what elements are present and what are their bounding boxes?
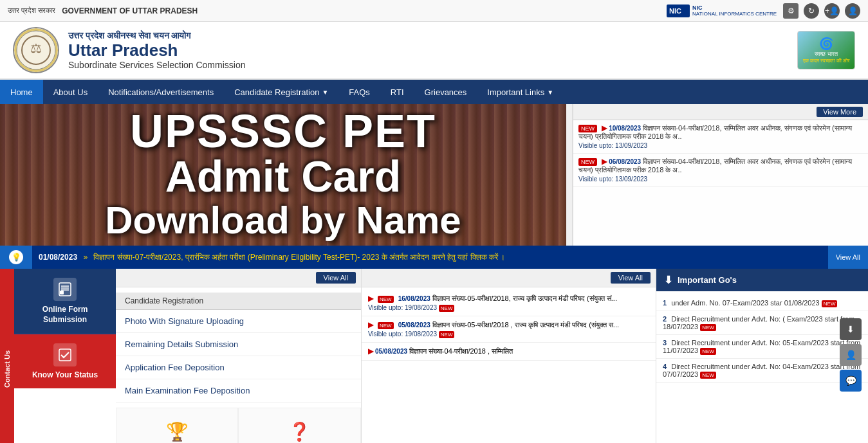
nav-grievances[interactable]: Grievances (414, 80, 477, 104)
svg-text:NIC: NIC (669, 7, 681, 15)
gov-bar-left: उत्तर प्रदेश सरकार GOVERNMENT OF UTTAR P… (8, 6, 198, 15)
results-icon: 🏆 (166, 421, 189, 442)
new-badge-main-1b: NEW (439, 305, 455, 312)
help-icon: ❓ (288, 421, 311, 442)
refresh-icon[interactable]: ↻ (804, 3, 819, 19)
download-icon: ⬇ (664, 274, 672, 286)
main-section: Contact Us Online Form Submission (0, 269, 868, 443)
hero-line3: Download by Name (105, 198, 461, 242)
nav-rti[interactable]: RTI (380, 80, 414, 104)
main-news-panel: View All ▶ NEW 16/08/2023 विज्ञापन संख्य… (361, 269, 656, 443)
sidebar-menu: Online Form Submission Know Your Status (14, 269, 116, 443)
ticker-text: 01/08/2023 » विज्ञापन संख्या-07-परीक्षा/… (32, 253, 828, 262)
header: ⚖ उत्तर प्रदेश अधीनस्थ सेवा चयन आयोग Utt… (0, 22, 868, 80)
new-badge-main-1: NEW (378, 296, 394, 303)
right-panel-header: ⬇ Important Go's (656, 269, 868, 291)
ig-new-3: NEW (700, 348, 716, 355)
org-sub-title: Subordinate Services Selection Commissio… (68, 60, 245, 70)
main-news-view-all-button[interactable]: View All (611, 272, 651, 284)
online-form-submission-item[interactable]: Online Form Submission (14, 269, 116, 334)
right-panel-title: Important Go's (678, 275, 737, 285)
hero-text-overlay: UPSSSC PET Admit Card Download by Name (0, 104, 566, 246)
ticker-arrow: » (83, 253, 88, 262)
settings-icon[interactable]: ⚙ (783, 3, 799, 19)
form-icon-svg (58, 282, 72, 296)
main-news-header: View All (362, 269, 656, 287)
remaining-details-item[interactable]: Remaining Details Submission (116, 333, 361, 356)
svg-rect-9 (60, 291, 64, 294)
checkmark-icon-svg (58, 348, 72, 362)
ticker-date: 01/08/2023 (39, 253, 77, 262)
online-form-label: Online Form Submission (21, 305, 109, 325)
swachh-logo: 🌀 स्वच्छ भारत एक कदम स्वच्छता की ओर (797, 31, 855, 69)
swachh-text: 🌀 स्वच्छ भारत एक कदम स्वच्छता की ओर (803, 37, 850, 64)
news-panel-header: View More (573, 104, 868, 120)
ig-item-3[interactable]: 3 Direct Recruitment under Advt. No: 05-… (656, 335, 868, 359)
nav-faqs[interactable]: FAQs (338, 80, 380, 104)
view-all-button[interactable]: View All (316, 272, 356, 284)
user-icon[interactable]: 👤 (845, 3, 860, 19)
view-more-button[interactable]: View More (817, 107, 863, 117)
nav-home[interactable]: Home (0, 80, 43, 104)
nav-important-links[interactable]: Important Links ▼ (477, 80, 564, 104)
new-badge-1: NEW (578, 125, 597, 132)
know-status-label: Know Your Status (32, 370, 98, 379)
ticker-bulb-icon: 💡 (9, 250, 23, 264)
hero-line2: Admit Card (165, 154, 401, 198)
know-status-icon (53, 343, 77, 366)
main-exam-fee-item[interactable]: Main Examination Fee Deposition (116, 379, 361, 402)
new-badge-main-2: NEW (378, 322, 394, 329)
nic-logo: NIC NIC NATIONAL INFORMATICS CENTRE (667, 5, 777, 17)
bottom-right-icons: ⬇ 👤 💬 (840, 318, 862, 392)
chat-fixed-icon[interactable]: 💬 (840, 370, 862, 392)
ticker-content: विज्ञापन संख्या-07-परीक्षा/2023, प्रारंभ… (93, 253, 505, 262)
news-item-1: NEW ▶ 10/08/2023 विज्ञापन संख्या-04-परीक… (573, 120, 868, 154)
ig-item-4[interactable]: 4 Direct Recruitment under Advt. No: 04-… (656, 359, 868, 383)
news-panel: View More NEW ▶ 10/08/2023 विज्ञापन संख्… (572, 104, 868, 246)
person-fixed-icon[interactable]: 👤 (840, 344, 862, 366)
application-fee-item[interactable]: Application Fee Deposition (116, 356, 361, 379)
important-links-arrow: ▼ (547, 89, 553, 96)
center-panel: View All Candidate Registration Photo Wi… (116, 269, 361, 443)
important-goes-list: 1 under Adm. No. 07-Exam/2023 star 01/08… (656, 291, 868, 386)
nav-about[interactable]: About Us (43, 80, 98, 104)
emblem-svg: ⚖ (15, 30, 57, 71)
results-box[interactable]: 🏆 Results (116, 408, 238, 443)
candidate-reg-arrow: ▼ (322, 89, 328, 96)
view-all-bar: View All (116, 269, 361, 287)
logo-emblem: ⚖ (14, 28, 58, 72)
svg-rect-10 (59, 349, 71, 361)
nav-notifications[interactable]: Notifications/Advertisements (98, 80, 224, 104)
add-user-icon[interactable]: +👤 (824, 3, 840, 19)
nav-candidate-reg[interactable]: Candidate Registration ▼ (224, 80, 338, 104)
svg-text:⚖: ⚖ (30, 41, 42, 55)
swachh-bharat-image: 🌀 स्वच्छ भारत एक कदम स्वच्छता की ओर (797, 31, 855, 69)
news-scroll[interactable]: NEW ▶ 10/08/2023 विज्ञापन संख्या-04-परीक… (573, 120, 868, 187)
hero-line1: UPSSSC PET (130, 108, 436, 154)
ticker-view-all-button[interactable]: View All (828, 246, 868, 269)
nic-icon: NIC (667, 5, 690, 17)
ticker-bar: 💡 01/08/2023 » विज्ञापन संख्या-07-परीक्ष… (0, 246, 868, 269)
ig-item-1[interactable]: 1 under Adm. No. 07-Exam/2023 star 01/08… (656, 295, 868, 311)
new-badge-2: NEW (578, 158, 597, 166)
know-your-status-item[interactable]: Know Your Status (14, 334, 116, 388)
news-item-2: NEW ▶ 06/08/2023 विज्ञापन संख्या-04-परीक… (573, 154, 868, 187)
top-icons: ⚙ ↻ +👤 👤 (783, 3, 860, 19)
candidate-help-box[interactable]: ❓ Candidate Help (238, 408, 360, 443)
main-news-item-2: ▶ NEW 05/08/2023 विज्ञापन संख्या-05-परीक… (362, 316, 656, 343)
candidate-reg-panel: Candidate Registration Photo With Signat… (116, 287, 361, 408)
gov-hindi-text: उत्तर प्रदेश सरकार (8, 6, 55, 15)
download-fixed-icon[interactable]: ⬇ (840, 318, 862, 340)
photo-signature-item[interactable]: Photo With Signature Uploading (116, 310, 361, 333)
ig-item-2[interactable]: 2 Direct Recruitment under Advt. No: ( E… (656, 311, 868, 335)
candidate-reg-header: Candidate Registration (116, 293, 361, 310)
right-panel: ⬇ Important Go's 1 under Adm. No. 07-Exa… (656, 269, 868, 443)
ticker-icon: 💡 (0, 246, 32, 269)
nic-label: NIC (692, 5, 777, 11)
gov-bar: उत्तर प्रदेश सरकार GOVERNMENT OF UTTAR P… (0, 0, 868, 22)
ig-new-1: NEW (822, 300, 838, 307)
online-form-icon (53, 278, 77, 301)
left-panel-wrapper: Contact Us Online Form Submission (0, 269, 116, 443)
ig-new-2: NEW (700, 324, 716, 331)
contact-us-tab[interactable]: Contact Us (0, 269, 14, 443)
